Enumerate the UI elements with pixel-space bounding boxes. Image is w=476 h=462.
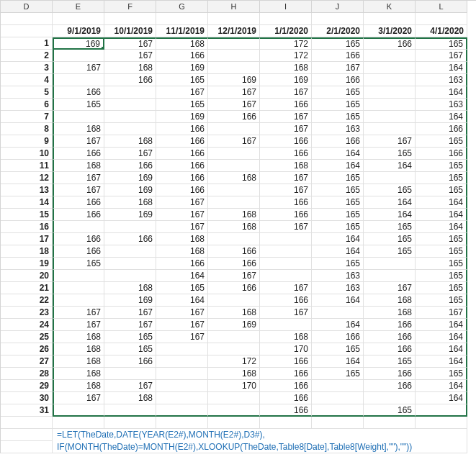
date-header[interactable]: 12/1/2019 <box>208 25 260 37</box>
column-header-E[interactable]: E <box>53 1 104 13</box>
data-cell[interactable]: 168 <box>208 368 260 380</box>
data-cell[interactable]: 163 <box>416 74 467 86</box>
data-cell[interactable]: 166 <box>208 282 260 294</box>
data-cell[interactable]: 169 <box>104 184 156 196</box>
data-cell[interactable]: 166 <box>156 50 208 62</box>
data-cell[interactable]: 165 <box>416 294 467 307</box>
spreadsheet-grid[interactable]: DEFGHIJKL9/1/201910/1/201911/1/201912/1/… <box>0 0 476 453</box>
data-cell[interactable]: 163 <box>312 123 364 135</box>
data-cell[interactable]: 169 <box>156 111 208 123</box>
day-label[interactable]: 2 <box>1 50 53 62</box>
data-cell[interactable]: 166 <box>364 368 416 380</box>
data-cell[interactable] <box>364 99 416 111</box>
formula-text[interactable]: =LET(TheDate,DATE(YEAR(E2#),MONTH(E2#),D… <box>53 429 467 453</box>
day-label[interactable]: 12 <box>1 172 53 184</box>
cell-blank[interactable] <box>416 417 467 429</box>
data-cell[interactable]: 168 <box>53 355 104 368</box>
data-cell[interactable]: 167 <box>104 37 156 50</box>
data-cell[interactable]: 168 <box>156 233 208 245</box>
data-cell[interactable] <box>104 86 156 99</box>
data-cell[interactable]: 166 <box>53 209 104 221</box>
data-cell[interactable] <box>208 160 260 172</box>
data-cell[interactable] <box>53 221 104 233</box>
data-cell[interactable]: 167 <box>260 282 312 294</box>
day-label[interactable]: 28 <box>1 368 53 380</box>
data-cell[interactable]: 164 <box>416 380 467 392</box>
data-cell[interactable] <box>208 343 260 355</box>
data-cell[interactable]: 164 <box>416 62 467 74</box>
data-cell[interactable]: 166 <box>260 196 312 209</box>
data-cell[interactable] <box>312 307 364 319</box>
day-label[interactable]: 17 <box>1 233 53 245</box>
data-cell[interactable]: 165 <box>312 258 364 270</box>
data-cell[interactable]: 172 <box>260 50 312 62</box>
data-cell[interactable]: 169 <box>104 294 156 307</box>
data-cell[interactable] <box>364 123 416 135</box>
data-cell[interactable]: 165 <box>416 184 467 196</box>
cell[interactable] <box>1 25 53 37</box>
cell-blank[interactable] <box>416 13 467 25</box>
data-cell[interactable] <box>208 233 260 245</box>
day-label[interactable]: 24 <box>1 319 53 331</box>
data-cell[interactable]: 165 <box>312 196 364 209</box>
data-cell[interactable] <box>260 233 312 245</box>
data-cell[interactable]: 165 <box>364 148 416 160</box>
data-cell[interactable]: 167 <box>53 184 104 196</box>
data-cell[interactable]: 164 <box>416 209 467 221</box>
data-cell[interactable]: 165 <box>53 258 104 270</box>
data-cell[interactable] <box>104 404 156 417</box>
data-cell[interactable]: 164 <box>312 319 364 331</box>
day-label[interactable]: 18 <box>1 245 53 258</box>
cell-blank[interactable] <box>260 417 312 429</box>
data-cell[interactable]: 168 <box>208 209 260 221</box>
date-header[interactable]: 4/1/2020 <box>416 25 467 37</box>
day-label[interactable]: 29 <box>1 380 53 392</box>
data-cell[interactable]: 167 <box>208 99 260 111</box>
data-cell[interactable]: 164 <box>364 160 416 172</box>
data-cell[interactable] <box>208 37 260 50</box>
data-cell[interactable]: 164 <box>416 111 467 123</box>
data-cell[interactable]: 165 <box>312 99 364 111</box>
data-cell[interactable]: 172 <box>260 37 312 50</box>
data-cell[interactable]: 165 <box>416 368 467 380</box>
data-cell[interactable]: 166 <box>260 209 312 221</box>
cell-blank[interactable] <box>53 13 104 25</box>
cell-blank[interactable] <box>364 13 416 25</box>
data-cell[interactable]: 169 <box>53 37 104 50</box>
data-cell[interactable] <box>53 111 104 123</box>
data-cell[interactable]: 168 <box>53 331 104 343</box>
data-cell[interactable]: 167 <box>208 270 260 282</box>
column-header-L[interactable]: L <box>416 1 467 13</box>
column-header-D[interactable]: D <box>1 1 53 13</box>
data-cell[interactable]: 164 <box>416 331 467 343</box>
data-cell[interactable]: 167 <box>260 172 312 184</box>
data-cell[interactable]: 167 <box>104 148 156 160</box>
cell-blank[interactable] <box>208 13 260 25</box>
data-cell[interactable] <box>364 86 416 99</box>
data-cell[interactable] <box>104 270 156 282</box>
day-label[interactable]: 3 <box>1 62 53 74</box>
data-cell[interactable]: 164 <box>416 319 467 331</box>
day-label[interactable]: 15 <box>1 209 53 221</box>
data-cell[interactable]: 167 <box>156 319 208 331</box>
data-cell[interactable]: 165 <box>312 368 364 380</box>
data-cell[interactable] <box>208 184 260 196</box>
data-cell[interactable] <box>260 258 312 270</box>
data-cell[interactable]: 167 <box>260 184 312 196</box>
data-cell[interactable]: 164 <box>312 148 364 160</box>
data-cell[interactable]: 165 <box>364 184 416 196</box>
data-cell[interactable]: 167 <box>416 307 467 319</box>
data-cell[interactable] <box>364 50 416 62</box>
day-label[interactable]: 20 <box>1 270 53 282</box>
data-cell[interactable]: 170 <box>208 380 260 392</box>
data-cell[interactable]: 168 <box>104 196 156 209</box>
data-cell[interactable]: 163 <box>312 270 364 282</box>
data-cell[interactable]: 166 <box>53 233 104 245</box>
data-cell[interactable] <box>53 50 104 62</box>
data-cell[interactable]: 167 <box>104 50 156 62</box>
data-cell[interactable] <box>53 294 104 307</box>
data-cell[interactable] <box>208 62 260 74</box>
data-cell[interactable]: 166 <box>208 111 260 123</box>
data-cell[interactable]: 165 <box>416 258 467 270</box>
data-cell[interactable]: 165 <box>156 99 208 111</box>
